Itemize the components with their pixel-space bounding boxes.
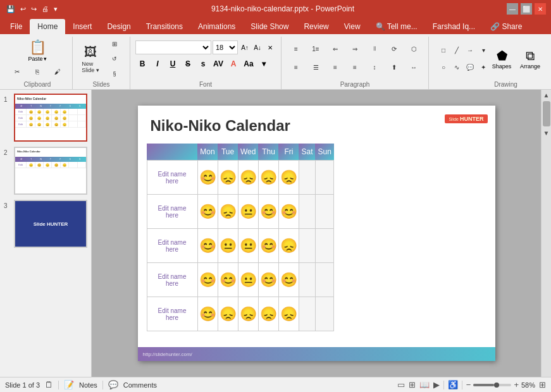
comments-icon[interactable]: 💬 bbox=[108, 380, 118, 389]
slide-thumb-1[interactable]: 1 Niko-Niko Calendar M T W T F S S bbox=[3, 92, 89, 143]
new-slide-button[interactable]: 🖼 NewSlide ▾ bbox=[78, 41, 103, 77]
cell-4-2[interactable]: 😊 bbox=[218, 263, 238, 297]
layout-button[interactable]: ⊞ bbox=[104, 37, 125, 51]
name-cell-1[interactable]: Edit name here bbox=[147, 161, 197, 195]
bold-button[interactable]: B bbox=[135, 57, 149, 71]
cell-2-4[interactable]: 😊 bbox=[258, 195, 278, 229]
cell-2-7[interactable] bbox=[315, 195, 333, 229]
align-center-button[interactable]: ☰ bbox=[306, 59, 325, 75]
tab-view[interactable]: View bbox=[337, 19, 368, 34]
numbered-list-button[interactable]: 1≡ bbox=[306, 40, 325, 57]
tab-transitions[interactable]: Transitions bbox=[139, 19, 190, 34]
font-case-button[interactable]: Aa bbox=[242, 57, 256, 71]
cell-1-4[interactable]: 😞 bbox=[258, 161, 278, 195]
tab-user[interactable]: Farshad Iq... bbox=[425, 19, 483, 34]
cell-5-7[interactable] bbox=[315, 297, 333, 331]
shapes-button[interactable]: ⬟ Shapes bbox=[489, 48, 514, 70]
cell-1-7[interactable] bbox=[315, 161, 333, 195]
accessibility-icon[interactable]: ♿ bbox=[448, 380, 458, 389]
zoom-out-icon[interactable]: − bbox=[466, 380, 471, 389]
cell-3-1[interactable]: 😊 bbox=[197, 229, 218, 263]
comments-label[interactable]: Comments bbox=[123, 381, 157, 389]
clear-format-button[interactable]: ✕ bbox=[264, 42, 276, 53]
reading-view-icon[interactable]: 📖 bbox=[419, 380, 430, 389]
fit-slide-icon[interactable]: ⊞ bbox=[539, 380, 546, 389]
tab-tellme[interactable]: 🔍 Tell me... bbox=[368, 19, 425, 34]
slide-canvas[interactable]: Niko-Niko Calendar Slide HUNTER Mon Tue … bbox=[138, 106, 495, 361]
cell-3-2[interactable]: 😐 bbox=[218, 229, 238, 263]
align-right-button[interactable]: ≡ bbox=[326, 59, 345, 75]
minimize-button[interactable]: — bbox=[507, 3, 518, 15]
close-button[interactable]: ✕ bbox=[535, 3, 546, 15]
scroll-down-button[interactable]: ▼ bbox=[542, 128, 552, 138]
convert-smartart-button[interactable]: ⬡ bbox=[404, 40, 423, 57]
font-size-select[interactable]: 18 bbox=[213, 40, 238, 54]
notes-button[interactable]: 📝 bbox=[64, 380, 74, 389]
arrange-button[interactable]: ⧉ Arrange bbox=[517, 49, 543, 70]
zoom-in-icon[interactable]: + bbox=[514, 380, 519, 389]
decrease-indent-button[interactable]: ⇐ bbox=[326, 40, 345, 57]
cell-5-6[interactable] bbox=[299, 297, 315, 331]
cell-1-3[interactable]: 😞 bbox=[238, 161, 258, 195]
increase-font-button[interactable]: A↑ bbox=[239, 42, 251, 53]
slide-sorter-icon[interactable]: ⊞ bbox=[409, 380, 416, 389]
cell-2-3[interactable]: 😐 bbox=[238, 195, 258, 229]
name-cell-2[interactable]: Edit name here bbox=[147, 195, 197, 229]
cell-4-5[interactable]: 😊 bbox=[278, 263, 299, 297]
cell-1-1[interactable]: 😊 bbox=[197, 161, 218, 195]
align-top-button[interactable]: ⬆ bbox=[385, 59, 404, 75]
customize-icon[interactable]: ▾ bbox=[53, 4, 59, 15]
tab-share[interactable]: 🔗 Share bbox=[483, 19, 529, 34]
cell-4-1[interactable]: 😊 bbox=[197, 263, 218, 297]
slide-thumb-3[interactable]: 3 Slide HUNTER bbox=[3, 199, 89, 249]
cell-2-1[interactable]: 😊 bbox=[197, 195, 218, 229]
cell-3-7[interactable] bbox=[315, 229, 333, 263]
shadow-button[interactable]: s bbox=[196, 57, 210, 71]
quick-styles-button[interactable]: QuickStyles bbox=[546, 45, 551, 73]
justify-button[interactable]: ≡ bbox=[345, 59, 364, 75]
font-name-select[interactable] bbox=[135, 40, 211, 54]
cell-1-2[interactable]: 😞 bbox=[218, 161, 238, 195]
scroll-thumb[interactable] bbox=[543, 101, 550, 126]
cell-3-5[interactable]: 😞 bbox=[278, 229, 299, 263]
redo-icon[interactable]: ↪ bbox=[30, 4, 38, 15]
cut-button[interactable]: ✂ bbox=[8, 63, 27, 80]
increase-indent-button[interactable]: ⇒ bbox=[345, 40, 364, 57]
name-cell-5[interactable]: Edit name here bbox=[147, 297, 197, 331]
font-more-button[interactable]: ▾ bbox=[257, 57, 271, 71]
zoom-thumb[interactable] bbox=[494, 383, 499, 388]
scroll-up-button[interactable]: ▲ bbox=[542, 90, 552, 100]
copy-button[interactable]: ⎘ bbox=[28, 63, 47, 80]
underline-button[interactable]: U bbox=[166, 57, 180, 71]
reset-button[interactable]: ↺ bbox=[104, 52, 125, 66]
save-icon[interactable]: 💾 bbox=[5, 4, 16, 15]
print-icon[interactable]: 🖨 bbox=[40, 4, 50, 14]
section-button[interactable]: § bbox=[104, 67, 125, 81]
tab-insert[interactable]: Insert bbox=[65, 19, 99, 34]
maximize-button[interactable]: ⬜ bbox=[521, 3, 532, 15]
cell-4-6[interactable] bbox=[299, 263, 315, 297]
columns-button[interactable]: ⫴ bbox=[365, 40, 384, 57]
tab-animations[interactable]: Animations bbox=[190, 19, 243, 34]
cell-3-4[interactable]: 😊 bbox=[258, 229, 278, 263]
char-spacing-button[interactable]: AV bbox=[211, 57, 225, 71]
cell-2-2[interactable]: 😞 bbox=[218, 195, 238, 229]
cell-1-5[interactable]: 😞 bbox=[278, 161, 299, 195]
text-direction-button[interactable]: ⟳ bbox=[385, 40, 404, 57]
cell-2-5[interactable]: 😊 bbox=[278, 195, 299, 229]
undo-icon[interactable]: ↩ bbox=[19, 4, 27, 15]
slideshow-icon[interactable]: ▶ bbox=[433, 380, 440, 389]
normal-view-icon[interactable]: ▭ bbox=[397, 380, 405, 389]
format-painter-button[interactable]: 🖌 bbox=[48, 63, 67, 80]
strikethrough-button[interactable]: S bbox=[181, 57, 195, 71]
cell-3-6[interactable] bbox=[299, 229, 315, 263]
paste-button[interactable]: 📋 Paste ▾ bbox=[25, 38, 50, 63]
tab-file[interactable]: File bbox=[3, 19, 30, 34]
name-cell-3[interactable]: Edit name here bbox=[147, 229, 197, 263]
tab-home[interactable]: Home bbox=[30, 19, 65, 34]
cell-5-1[interactable]: 😊 bbox=[197, 297, 218, 331]
tab-design[interactable]: Design bbox=[99, 19, 138, 34]
cell-5-4[interactable]: 😞 bbox=[258, 297, 278, 331]
italic-button[interactable]: I bbox=[151, 57, 164, 71]
align-middle-button[interactable]: ↔ bbox=[404, 59, 423, 75]
